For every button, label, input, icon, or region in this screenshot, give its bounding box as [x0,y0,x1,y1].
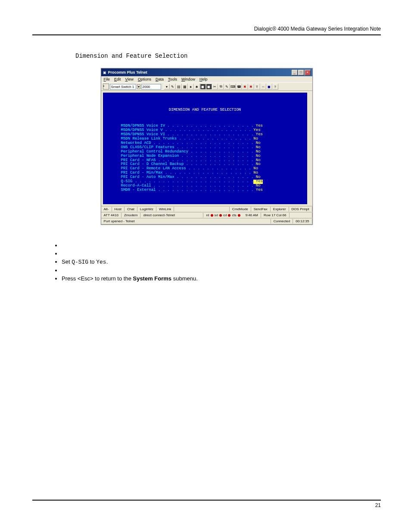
footer: 21 [32,496,381,508]
sb-protocol: Zmodem [121,213,141,218]
bullet-item [62,267,368,274]
sb-connection: direct connect-Telnet [140,213,203,218]
sb-time: 9:46 AM [243,213,261,218]
direction-text: Direction is forward. [106,205,305,206]
body-text: Set Q-SIG to Yes. Press <Esc> to return … [54,242,368,282]
page-header: Dialogic® 4000 Media Gateway Series Inte… [32,26,381,32]
tb-btn[interactable]: ⌨ [230,84,236,90]
menu-window[interactable]: Window [181,77,195,81]
statusbar-cell[interactable]: WinLink [156,207,174,212]
led-label: sd [215,213,218,217]
app-icon: ▣ [103,71,106,75]
sb-connected: Connected [271,219,293,224]
tb-btn[interactable]: ◼ [266,84,272,90]
tb-btn[interactable]: ↔ [260,84,266,90]
sb-cursor-pos: Row 17 Col 66 [261,213,289,218]
sb-leds: rd sd cd cts [203,213,243,218]
sb-duration: 00:12:35 [293,219,312,224]
statusbar-cell[interactable]: Host [112,207,125,212]
figure-caption: Dimension and Feature Selection [75,53,381,59]
feature-row: SMDR - External . . . . . . . . . . . . … [121,188,305,193]
tb-btn[interactable]: ♣ [194,84,200,90]
toolbar-icon[interactable]: ▪ [103,84,109,90]
tb-btn[interactable]: ✎ [224,84,230,90]
bullet-item: Set Q-SIG to Yes. [62,258,368,265]
tb-btn[interactable]: ▦ [182,84,188,90]
menu-edit[interactable]: Edit [114,77,121,81]
tb-btn[interactable]: ▤ [176,84,182,90]
tb-btn[interactable]: ? [272,84,278,90]
led-icon [228,214,230,217]
panel-title: DIMENSION AND FEATURE SELECTION [105,108,305,112]
tb-btn[interactable]: ☎ [236,84,242,90]
sb-port-status: Port opened - Telnet [101,219,271,224]
scrollbar[interactable] [308,93,311,204]
menu-view[interactable]: View [125,77,134,81]
tb-btn[interactable]: ✎ [170,84,176,90]
led-label: rd [206,213,209,217]
bullet-item: Press <Esc> to return to the System Form… [62,275,368,282]
menu-options[interactable]: Options [138,77,151,81]
tb-btn[interactable]: ✖ [242,84,248,90]
tb-btn[interactable]: T [254,84,260,90]
led-label: cd [223,213,227,217]
minimize-icon[interactable]: _ [292,70,298,75]
header-rule [32,34,381,35]
tb-btn[interactable]: ⧉ [218,84,224,90]
combo-switch[interactable]: Smart Switch 1 [110,84,136,90]
tb-btn[interactable]: ✖ [248,84,254,90]
sb-terminal-type: ATT 4410 [101,213,121,218]
statusbar: Alt-HostChatLoginWzWinLinkCmdModeSendFax… [101,206,312,224]
menubar: File Edit View Options Data Tools Window… [101,76,312,82]
statusbar-cell[interactable]: LoginWz [137,207,156,212]
feature-label: SMDR - External . . . . . . . . . . . . … [121,188,254,193]
titlebar: ▣ Procomm Plus Telnet _ □ × [101,68,312,76]
maximize-icon[interactable]: □ [298,70,304,75]
led-icon [238,214,240,217]
sb-gap [290,213,312,218]
statusbar-cell[interactable]: Alt- [101,207,112,212]
bullet-item [62,242,368,249]
bullet-item [62,250,368,257]
window-title: Procomm Plus Telnet [108,70,147,75]
dropdown-icon[interactable]: ▾ [164,84,170,90]
menu-data[interactable]: Data [156,77,164,81]
toolbar-buttons: ▾ ✎ ▤ ▦ ♠ ♣ ◼ ◼ ✂ ⧉ ✎ ⌨ ☎ ✖ ✖ T ↔ ◼ ? [164,84,278,90]
statusbar-cell[interactable]: DOS Prmpt [289,207,312,212]
toolbar: ▪ Smart Switch 1 ▾ 2000 ▾ ✎ ▤ ▦ ♠ ♣ ◼ ◼ … [101,82,312,91]
statusbar-cell[interactable] [174,207,229,212]
led-icon [219,214,222,217]
menu-tools[interactable]: Tools [168,77,177,81]
terminal: DIMENSION AND FEATURE SELECTION MSDN/DPN… [101,91,312,206]
statusbar-cell[interactable]: Chat [125,207,137,212]
tb-btn[interactable]: ♠ [188,84,194,90]
combo-port[interactable]: 2000 [141,84,161,90]
close-icon[interactable]: × [305,70,311,75]
tb-btn[interactable]: ◼ [206,84,212,90]
dropdown-icon[interactable]: ▾ [137,84,140,89]
footer-rule [32,500,381,501]
led-icon [211,214,213,217]
procomm-screenshot: ▣ Procomm Plus Telnet _ □ × File Edit Vi… [101,68,313,225]
led-label: cts [232,213,236,217]
menu-file[interactable]: File [104,77,110,81]
statusbar-cell[interactable]: CmdMode [230,207,251,212]
statusbar-cell[interactable]: Explorer [271,207,289,212]
feature-value: Yes [253,188,263,193]
page-number: 21 [32,502,381,508]
menu-help[interactable]: Help [199,77,208,81]
statusbar-cell[interactable]: SendFax [251,207,271,212]
tb-btn[interactable]: ✂ [212,84,218,90]
tb-btn[interactable]: ◼ [200,84,206,90]
